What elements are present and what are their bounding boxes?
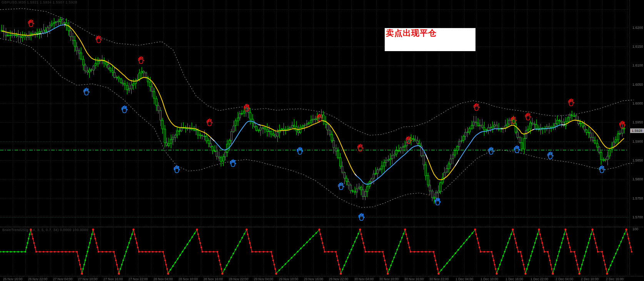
buy-hand-icon bbox=[173, 165, 180, 173]
time-label: 2 Dec 10:00 bbox=[581, 277, 599, 281]
current-price-tag: 1.5928 bbox=[630, 128, 644, 133]
sell-hand-icon bbox=[524, 112, 532, 121]
time-label: 28 Nov 10:00 bbox=[179, 277, 198, 281]
sell-hand-icon bbox=[618, 120, 626, 129]
price-label: 1.6050 bbox=[632, 83, 643, 86]
sell-hand-icon bbox=[472, 103, 480, 111]
time-label: 2 Dec 04:00 bbox=[556, 277, 573, 281]
sell-hand-icon bbox=[95, 35, 102, 43]
sell-hand-icon bbox=[315, 113, 323, 122]
time-label: 29 Nov 16:00 bbox=[304, 277, 324, 281]
sell-hand-icon bbox=[27, 19, 35, 27]
buy-hand-icon bbox=[487, 146, 495, 155]
sell-hand-icon bbox=[243, 103, 250, 112]
sell-hand-icon bbox=[509, 116, 517, 124]
annotation-note-box[interactable]: 卖点出现平仓 bbox=[385, 28, 475, 51]
time-label: 26 Nov 22:00 bbox=[28, 277, 48, 281]
time-label: 26 Nov 16:00 bbox=[3, 277, 23, 281]
sell-hand-icon bbox=[356, 143, 364, 152]
time-label: 30 Nov 10:00 bbox=[379, 277, 399, 281]
buy-hand-icon bbox=[120, 105, 128, 113]
buy-hand-icon bbox=[357, 213, 365, 221]
time-label: 1 Dec 10:00 bbox=[480, 277, 498, 281]
price-label: 1.6200 bbox=[632, 26, 643, 30]
time-label: 1 Dec 16:00 bbox=[506, 277, 523, 281]
price-label: 1.5850 bbox=[632, 158, 643, 162]
price-label: 1.6000 bbox=[632, 101, 643, 105]
time-label: 28 Nov 16:00 bbox=[204, 277, 223, 281]
price-label: 1.5950 bbox=[632, 120, 643, 124]
time-label: 1 Dec 22:00 bbox=[531, 277, 548, 281]
time-label: 29 Nov 10:00 bbox=[279, 277, 299, 281]
time-label: 30 Nov 22:00 bbox=[429, 277, 449, 281]
time-label: 27 Nov 04:00 bbox=[53, 277, 73, 281]
annotation-note-text: 卖点出现平仓 bbox=[385, 28, 475, 38]
buy-hand-icon bbox=[82, 87, 90, 96]
time-label: 29 Nov 04:00 bbox=[254, 277, 274, 281]
price-label: 1.5900 bbox=[632, 140, 643, 143]
buy-hand-icon bbox=[598, 165, 606, 173]
buy-hand-icon bbox=[296, 146, 304, 155]
sell-hand-icon bbox=[137, 56, 145, 64]
price-label: 1.5800 bbox=[632, 177, 643, 181]
time-label: 27 Nov 22:00 bbox=[128, 277, 148, 281]
sell-hand-icon bbox=[205, 118, 213, 126]
time-label: 29 Nov 22:00 bbox=[329, 277, 349, 281]
price-label: 1.6100 bbox=[632, 63, 643, 67]
time-label: 2 Dec 16:00 bbox=[606, 277, 624, 281]
time-label: 1 Dec 04:00 bbox=[455, 277, 473, 281]
time-label: 27 Nov 10:00 bbox=[78, 277, 98, 281]
buy-hand-icon bbox=[434, 197, 441, 206]
sell-hand-icon bbox=[405, 136, 412, 144]
time-label: 30 Nov 16:00 bbox=[404, 277, 424, 281]
time-label: 28 Nov 04:00 bbox=[153, 277, 173, 281]
buy-hand-icon bbox=[513, 145, 521, 153]
price-label: 1.5700 bbox=[632, 215, 643, 219]
time-label: 28 Nov 22:00 bbox=[229, 277, 249, 281]
time-label: 27 Nov 16:00 bbox=[103, 277, 123, 281]
time-label: 30 Nov 04:00 bbox=[354, 277, 374, 281]
price-label: 1.5750 bbox=[632, 196, 643, 200]
trading-platform-window: GBPUSD,M30 1.5921 1.5934 1.5907 1.5928 B… bbox=[0, 0, 644, 281]
indicator-level-label: 100 bbox=[632, 227, 638, 231]
buy-hand-icon bbox=[546, 151, 554, 160]
price-label: 1.6150 bbox=[632, 45, 643, 48]
sell-hand-icon bbox=[567, 98, 575, 106]
buy-hand-icon bbox=[229, 159, 237, 167]
buy-hand-icon bbox=[337, 182, 345, 190]
